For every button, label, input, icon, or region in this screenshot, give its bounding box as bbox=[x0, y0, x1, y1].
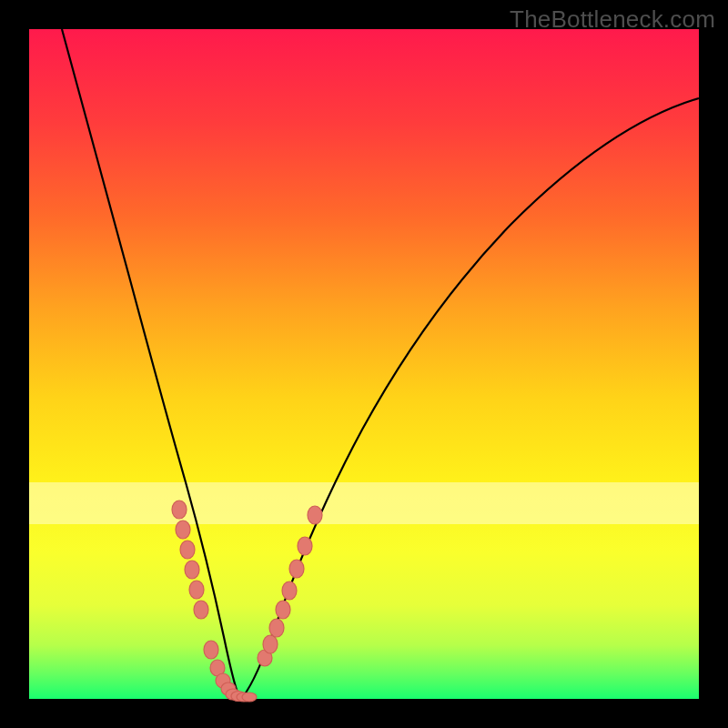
svg-point-2 bbox=[180, 541, 195, 559]
svg-point-6 bbox=[204, 641, 218, 659]
left-curve-path bbox=[62, 29, 240, 699]
svg-point-4 bbox=[189, 581, 204, 599]
svg-point-16 bbox=[269, 619, 284, 637]
svg-point-5 bbox=[194, 601, 208, 619]
svg-point-20 bbox=[298, 537, 312, 555]
svg-point-0 bbox=[172, 500, 187, 519]
curve-layer bbox=[29, 29, 699, 699]
svg-point-15 bbox=[263, 635, 278, 653]
svg-point-17 bbox=[276, 601, 290, 619]
svg-point-1 bbox=[176, 521, 190, 539]
svg-point-18 bbox=[282, 581, 297, 600]
plot-area bbox=[29, 29, 699, 699]
svg-point-19 bbox=[289, 560, 304, 578]
svg-point-13 bbox=[242, 693, 257, 702]
svg-point-21 bbox=[308, 506, 322, 524]
svg-point-3 bbox=[185, 561, 199, 579]
left-marker-group bbox=[172, 500, 257, 702]
watermark-text: TheBottleneck.com bbox=[510, 5, 715, 34]
chart-frame: TheBottleneck.com bbox=[0, 0, 728, 728]
right-curve-path bbox=[240, 98, 699, 699]
